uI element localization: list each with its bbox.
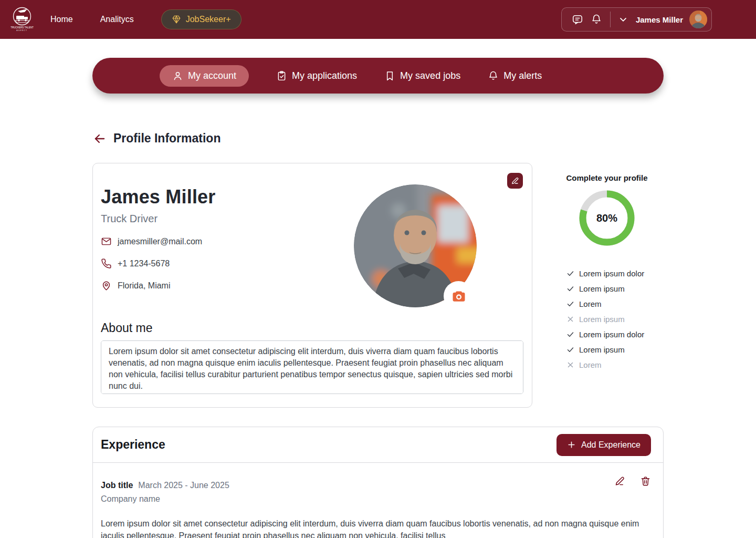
experience-title: Experience [101, 438, 165, 452]
x-icon [566, 361, 574, 369]
edit-experience-button[interactable] [614, 475, 625, 487]
profile-email: jamesmiller@mail.com [118, 237, 202, 246]
notifications-button[interactable] [587, 10, 606, 29]
tab-label: My applications [292, 70, 357, 81]
tab-my-applications[interactable]: My applications [276, 65, 357, 87]
about-me-textarea[interactable]: Lorem ipsum dolor sit amet consectetur a… [101, 340, 523, 394]
job-title: Job title [101, 481, 133, 490]
svg-text:AGENCY: AGENCY [17, 29, 28, 32]
user-menu-group: James Miller [561, 7, 712, 32]
profile-card: James Miller Truck Driver jamesmiller@ma… [92, 163, 532, 408]
mail-icon [101, 236, 112, 247]
experience-card: Experience Add Experience Job title Marc… [92, 427, 664, 538]
checklist-item: Lorem [554, 359, 660, 370]
page-title: Profile Information [113, 131, 220, 146]
check-icon [566, 330, 574, 338]
account-tabbar: My account My applications My saved jobs… [92, 58, 664, 94]
tab-my-account[interactable]: My account [160, 65, 249, 87]
nav-link-home[interactable]: Home [50, 15, 73, 24]
check-icon [566, 270, 574, 277]
experience-entry: Job title March 2025 - June 2025 Company… [93, 463, 663, 538]
checklist-item: Lorem ipsum dolor [554, 267, 660, 279]
delete-experience-button[interactable] [640, 475, 651, 487]
plus-icon [567, 440, 576, 449]
nav-link-analitycs[interactable]: Analitycs [100, 15, 134, 24]
trash-icon [640, 475, 651, 487]
profile-photo-wrap [354, 184, 477, 307]
job-company: Company name [101, 494, 655, 504]
add-experience-button[interactable]: Add Experience [556, 434, 651, 456]
phone-icon [101, 258, 112, 269]
about-me-title: About me [101, 321, 532, 335]
chat-icon [572, 14, 583, 25]
completion-percent: 80% [578, 189, 636, 247]
gem-icon [172, 15, 181, 24]
clipboard-check-icon [276, 70, 287, 81]
camera-icon [451, 288, 467, 304]
bookmark-icon [384, 70, 395, 81]
edit-profile-button[interactable] [507, 173, 523, 189]
divider [610, 12, 611, 27]
user-name[interactable]: James Miller [636, 15, 683, 24]
check-icon [566, 300, 574, 308]
messages-button[interactable] [568, 10, 587, 29]
jobseeker-plus-button[interactable]: JobSekeer+ [161, 9, 242, 29]
arrow-left-icon [93, 132, 107, 146]
add-experience-label: Add Experience [581, 440, 640, 450]
back-button[interactable] [93, 132, 107, 146]
user-icon [172, 70, 183, 81]
checklist-item: Lorem ipsum [554, 344, 660, 355]
bell-icon [591, 14, 602, 25]
job-description: Lorem ipsum dolor sit amet consectetur a… [101, 518, 652, 538]
tab-label: My account [188, 70, 236, 81]
completion-title: Complete your profile [554, 173, 660, 182]
jobseeker-plus-label: JobSekeer+ [186, 15, 231, 24]
job-dates: March 2025 - June 2025 [138, 481, 229, 490]
job-row: Job title March 2025 - June 2025 [101, 481, 655, 490]
page-head: Profile Information [93, 131, 220, 146]
brand-logo[interactable]: TRUCKERS TALENT AGENCY [8, 4, 36, 35]
check-icon [566, 285, 574, 293]
completion-donut: 80% [578, 189, 636, 247]
avatar[interactable] [689, 11, 707, 28]
pencil-icon [614, 475, 625, 487]
tab-my-saved-jobs[interactable]: My saved jobs [384, 65, 460, 87]
chevron-down-icon[interactable] [618, 14, 628, 25]
checklist-item: Lorem [554, 298, 660, 309]
profile-phone: +1 1234-5678 [118, 259, 170, 268]
checklist-item: Lorem ipsum dolor [554, 328, 660, 340]
map-pin-icon [101, 280, 112, 291]
check-icon [566, 346, 574, 354]
experience-header: Experience Add Experience [93, 427, 663, 463]
completion-checklist: Lorem ipsum dolor Lorem ipsum Lorem Lore… [554, 267, 660, 370]
pencil-icon [511, 177, 519, 185]
svg-text:TRUCKERS TALENT: TRUCKERS TALENT [10, 26, 34, 29]
completion-sidebar: Complete your profile 80% Lorem ipsum do… [554, 173, 660, 374]
checklist-item: Lorem ipsum [554, 313, 660, 325]
change-photo-button[interactable] [444, 281, 474, 311]
bell-icon [488, 70, 499, 81]
tab-my-alerts[interactable]: My alerts [488, 65, 542, 87]
top-navbar: TRUCKERS TALENT AGENCY Home Analitycs Jo… [0, 0, 756, 39]
tab-label: My alerts [503, 70, 542, 81]
x-icon [566, 315, 574, 323]
entry-actions [614, 475, 651, 487]
tab-label: My saved jobs [400, 70, 460, 81]
page: TRUCKERS TALENT AGENCY Home Analitycs Jo… [0, 0, 756, 538]
checklist-item: Lorem ipsum [554, 283, 660, 294]
profile-location: Florida, Miami [118, 281, 170, 291]
